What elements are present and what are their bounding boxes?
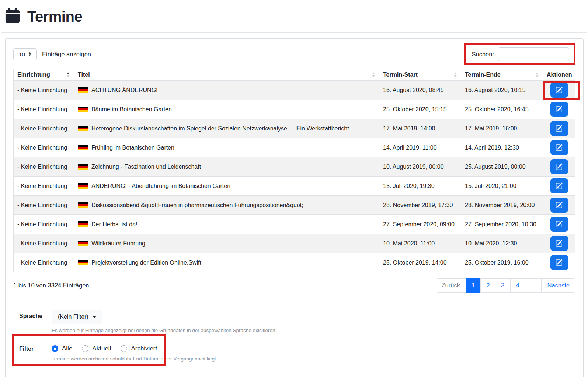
table-info: 1 bis 10 von 3324 Einträgen [13,282,89,289]
sort-icon: ▲▼ [371,72,376,78]
table-row: - Keine Einrichtung Der Herbst ist da! 2… [14,215,575,234]
column-header-aktionen: Aktionen [543,69,575,81]
titel-cell: Diskussionsabend &quot;Frauen in pharmaz… [74,196,379,215]
table-row: - Keine Einrichtung ACHTUNG ÄNDERUNG! 16… [14,81,575,100]
termin-ende-cell: 10. Mai 2020, 12:30 [461,234,543,253]
page-length-group: 10 ▲▼ Einträge anzeigen [13,48,91,60]
pagination-page-4[interactable]: 4 [510,278,525,293]
edit-button[interactable] [550,198,568,213]
edit-button[interactable] [550,236,568,251]
aktionen-cell [543,100,575,119]
column-header-einrichtung[interactable]: Einrichtung ▲▼ [14,69,74,81]
radio-unchecked-icon [82,345,88,352]
pencil-square-icon [556,125,563,132]
column-header-termin-start[interactable]: Termin-Start ▲▼ [379,69,461,81]
einrichtung-cell: - Keine Einrichtung [14,253,74,272]
pagination-prev[interactable]: Zurück [436,278,466,293]
radio-archiviert[interactable]: Archiviert [121,345,157,352]
titel-cell: Zeichnung - Faszination und Leidenschaft [74,157,379,177]
calendar-icon [5,8,20,25]
pagination-page-1[interactable]: 1 [466,278,481,293]
pagination-page-3[interactable]: 3 [495,278,510,293]
german-flag-icon [78,164,88,170]
titel-cell: Heterogene Diskurslandschaften im Spiege… [74,119,379,138]
termin-ende-cell: 25. Oktober 2019, 16:00 [461,253,543,272]
edit-button[interactable] [550,83,568,98]
aktionen-cell [543,234,575,253]
page: { "page": { "title": "Termine" }, "contr… [0,0,588,377]
table-header-row: Einrichtung ▲▼ Titel ▲▼ Termin-Start ▲▼ … [14,69,575,81]
filter-form-row: Filter Alle Aktuell Archiviert Termine w… [13,343,575,362]
edit-button[interactable] [550,102,568,117]
pencil-square-icon [556,240,563,247]
termin-ende-cell: 15. Juli 2020, 21:00 [461,177,543,196]
page-length-select[interactable]: 10 ▲▼ [13,48,37,60]
german-flag-icon [78,202,88,208]
german-flag-icon [78,87,88,93]
table-row: - Keine Einrichtung ÄNDERUNG! - Abendfüh… [14,177,575,196]
table-row: - Keine Einrichtung Bäume im Botanischen… [14,100,575,119]
radio-unchecked-icon [121,345,127,352]
german-flag-icon [78,241,88,246]
titel-cell: Frühling im Botanischen Garten [74,138,379,157]
einrichtung-cell: - Keine Einrichtung [14,215,74,234]
german-flag-icon [78,107,88,112]
termin-start-cell: 28. November 2019, 17:30 [379,196,461,215]
titel-cell: ÄNDERUNG! - Abendführung im Botanischen … [74,177,379,196]
titel-cell: ACHTUNG ÄNDERUNG! [74,81,379,100]
edit-button[interactable] [550,121,568,136]
pencil-square-icon [556,182,563,189]
table-row: - Keine Einrichtung Diskussionsabend &qu… [14,196,575,215]
search-label: Suchen: [472,51,494,58]
pencil-square-icon [556,87,563,94]
aktionen-cell [543,215,575,234]
select-arrows-icon: ▲▼ [28,52,32,56]
sprache-label: Sprache [13,310,52,333]
sprache-form-row: Sprache (Kein Filter) Es werden nur Eint… [13,310,575,333]
pencil-square-icon [556,163,563,170]
table-row: - Keine Einrichtung Zeichnung - Faszinat… [14,157,575,177]
german-flag-icon [78,126,88,131]
table-footer: 1 bis 10 von 3324 Einträgen Zurück 1 2 3… [13,278,575,293]
termin-start-cell: 14. April 2019, 11:00 [379,138,461,157]
column-header-termin-ende[interactable]: Termin-Ende ▲▼ [461,69,543,81]
german-flag-icon [78,221,88,227]
edit-button[interactable] [550,140,568,155]
german-flag-icon [78,260,88,265]
einrichtung-cell: - Keine Einrichtung [14,138,74,157]
aktionen-cell [543,177,575,196]
pencil-square-icon [556,202,563,209]
filter-label: Filter [13,343,52,362]
titel-cell: Projektvorstellung der Edition Online.Sw… [74,253,379,272]
termin-ende-cell: 25. Oktober 2020, 16:45 [461,100,543,119]
termin-start-cell: 25. Oktober 2019, 14:00 [379,253,461,272]
pagination-next[interactable]: Nächste [541,278,575,293]
pencil-square-icon [556,221,563,228]
search-highlight-box: Suchen: [464,43,575,65]
column-header-titel[interactable]: Titel ▲▼ [74,69,379,81]
einrichtung-cell: - Keine Einrichtung [14,100,74,119]
edit-button[interactable] [550,178,568,193]
caret-down-icon [93,316,96,318]
divider [1,32,587,33]
page-title: Termine [27,8,82,25]
termin-start-cell: 16. August 2020, 08:45 [379,81,461,100]
edit-button[interactable] [550,217,568,232]
termin-ende-cell: 17. Mai 2019, 16:00 [461,119,543,138]
sprache-filter-dropdown[interactable]: (Kein Filter) [52,310,102,324]
titel-cell: Wildkräuter-Führung [74,234,379,253]
termin-start-cell: 10. Mai 2020, 11:00 [379,234,461,253]
radio-aktuell[interactable]: Aktuell [82,345,111,352]
pencil-square-icon [556,106,563,113]
search-input[interactable] [498,47,569,61]
pagination-page-2[interactable]: 2 [480,278,495,293]
table-controls: 10 ▲▼ Einträge anzeigen Suchen: [13,43,575,65]
einrichtung-cell: - Keine Einrichtung [14,177,74,196]
termin-ende-cell: 28. November 2019, 20:00 [461,196,543,215]
edit-button[interactable] [550,255,568,270]
termin-ende-cell: 25. August 2019, 00:00 [461,157,543,177]
termine-table: Einrichtung ▲▼ Titel ▲▼ Termin-Start ▲▼ … [13,69,575,272]
filter-radio-group: Alle Aktuell Archiviert [52,343,575,352]
edit-button[interactable] [550,159,568,174]
radio-alle[interactable]: Alle [52,345,72,352]
